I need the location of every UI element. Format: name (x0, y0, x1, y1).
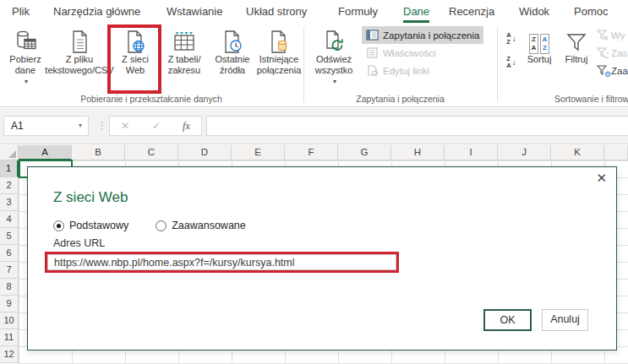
url-label: Adres URL (53, 237, 105, 249)
radio-advanced-label[interactable]: Zaawansowane (172, 220, 246, 231)
radio-basic[interactable] (53, 220, 64, 231)
row-header-10[interactable]: 10 (0, 312, 19, 329)
get-data-button[interactable]: Pobierz dane▾ (2, 25, 49, 93)
radio-basic-label[interactable]: Podstawowy (69, 220, 128, 231)
dropdown-caret-icon: ▾ (317, 76, 353, 87)
row-header-1[interactable]: 1 (0, 160, 19, 177)
arrow-down-icon: ↓ (512, 34, 516, 43)
column-header-a[interactable]: A (19, 145, 72, 160)
tab-recenzja[interactable]: Recenzja (449, 0, 494, 23)
column-header-f[interactable]: F (285, 145, 338, 160)
mode-radio-group: Podstawowy Zaawansowane (53, 219, 246, 232)
tab-uklad-strony[interactable]: Układ strony (246, 0, 307, 23)
name-box[interactable]: A1 ▾ (3, 116, 89, 136)
radio-advanced[interactable] (156, 220, 167, 231)
existing-connections-button[interactable]: Istniejące połączenia (255, 25, 303, 93)
refresh-all-button[interactable]: Odśwież wszystko▾ (308, 25, 360, 93)
tab-formuly[interactable]: Formuły (338, 0, 378, 23)
row-header-3[interactable]: 3 (0, 194, 19, 211)
funnel-reapply-icon (597, 47, 609, 58)
properties-icon (366, 47, 379, 58)
tab-narzedzia-glowne[interactable]: Narzędzia główne (53, 0, 140, 23)
formula-bar: A1 ▾ ⋮ ✕ ✓ fx (0, 108, 628, 144)
close-icon[interactable]: ✕ (596, 171, 607, 186)
sort-button[interactable]: ZA AZ Sortuj (522, 25, 557, 93)
recent-sources-button[interactable]: Ostatnie źródła (210, 25, 255, 93)
row-header-9[interactable]: 9 (0, 296, 19, 312)
column-header-d[interactable]: D (178, 145, 232, 160)
tab-widok[interactable]: Widok (519, 0, 549, 23)
file-text-icon (67, 25, 92, 54)
dropdown-caret-icon: ▾ (11, 76, 41, 87)
edit-links-icon (366, 65, 379, 76)
properties-button[interactable]: Właściwości (362, 44, 483, 62)
from-web-dialog: ✕ Z sieci Web Podstawowy Zaawansowane Ad… (27, 166, 617, 350)
tab-pomoc[interactable]: Pomoc (574, 0, 608, 23)
confirm-entry-icon[interactable]: ✓ (152, 120, 161, 132)
row-header-5[interactable]: 5 (0, 228, 19, 245)
file-globe-icon (123, 25, 148, 54)
tab-wstawianie[interactable]: Wstawianie (167, 0, 222, 23)
ribbon: Pobierz dane▾ Z pliku tekstowego/CSV (0, 23, 628, 107)
group-label-get-transform: Pobieranie i przekształcanie danych (0, 94, 303, 106)
row-header-11[interactable]: 11 (0, 329, 19, 346)
cancel-entry-icon[interactable]: ✕ (121, 120, 129, 132)
row-header-4[interactable]: 4 (0, 211, 19, 228)
pane-icon (366, 30, 379, 41)
excel-window: Plik Narzędzia główne Wstawianie Układ s… (0, 0, 628, 364)
row-header-6[interactable]: 6 (0, 245, 19, 262)
row-header-8[interactable]: 8 (0, 279, 19, 296)
funnel-advanced-icon: ⚙ (597, 65, 609, 76)
refresh-icon (321, 25, 347, 54)
funnel-icon (565, 25, 588, 54)
formula-input[interactable] (206, 116, 628, 136)
column-header-k[interactable]: K (551, 145, 604, 160)
filter-button[interactable]: Filtruj (558, 25, 595, 93)
table-range-icon (172, 25, 197, 54)
advanced-filter-button[interactable]: ⚙ Zaa (597, 62, 628, 79)
formula-bar-grip-icon: ⋮ (97, 116, 107, 136)
arrow-down-icon: ↓ (512, 57, 516, 67)
edit-links-button[interactable]: Edytuj linki (362, 62, 483, 79)
row-header-2[interactable]: 2 (0, 177, 19, 194)
column-header-g[interactable]: G (338, 145, 391, 160)
url-input[interactable] (47, 254, 396, 270)
tab-plik[interactable]: Plik (12, 0, 30, 23)
file-database-icon (266, 25, 292, 54)
sort-za-button[interactable]: ZA ↓ (501, 52, 522, 73)
cancel-button[interactable]: Anuluj (542, 309, 588, 331)
name-box-dropdown-icon[interactable]: ▾ (79, 117, 82, 135)
group-separator (497, 26, 498, 102)
column-header-partial[interactable] (604, 145, 628, 160)
reapply-filter-button[interactable]: Zas (597, 44, 628, 62)
group-label-queries: Zapytania i połączenia (303, 94, 497, 106)
sort-dialog-icon: ZA AZ (529, 25, 549, 54)
from-table-range-button[interactable]: Z tabeli/ zakresu (161, 25, 208, 93)
clear-filter-button[interactable]: Wy (597, 26, 628, 44)
column-header-e[interactable]: E (232, 145, 285, 160)
queries-connections-stack: Zapytania i połączenia Właściwości Edytu… (362, 26, 483, 79)
column-header-h[interactable]: H (391, 145, 445, 160)
select-all-corner[interactable] (0, 145, 19, 160)
tab-dane[interactable]: Dane (403, 0, 429, 23)
insert-function-icon[interactable]: fx (183, 120, 190, 133)
database-table-icon (13, 25, 38, 54)
queries-connections-button[interactable]: Zapytania i połączenia (362, 26, 483, 44)
column-header-b[interactable]: B (72, 145, 125, 160)
group-separator (303, 26, 304, 102)
column-header-i[interactable]: I (445, 145, 498, 160)
file-clock-icon (220, 25, 245, 54)
group-label-sort-filter: Sortowanie i filtrow (497, 94, 628, 106)
row-header-12[interactable]: 12 (0, 346, 19, 363)
ok-button[interactable]: OK (483, 309, 532, 331)
formula-buttons: ✕ ✓ fx (109, 116, 202, 136)
dialog-title: Z sieci Web (53, 189, 128, 206)
from-text-csv-button[interactable]: Z pliku tekstowego/CSV (49, 25, 110, 93)
from-web-button[interactable]: Z sieci Web (112, 25, 159, 93)
column-header-j[interactable]: J (498, 145, 551, 160)
column-header-c[interactable]: C (125, 145, 178, 160)
funnel-clear-icon (597, 30, 609, 41)
row-header-7[interactable]: 7 (0, 262, 19, 279)
sort-az-button[interactable]: AZ ↓ (501, 28, 522, 49)
annotation-red-box-url (45, 252, 399, 273)
